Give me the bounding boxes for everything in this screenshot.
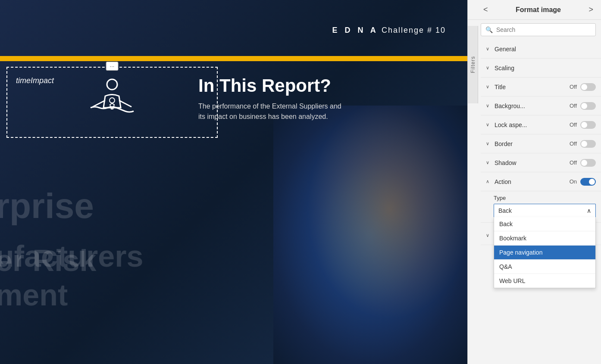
type-label: Type: [494, 195, 596, 201]
box-text-label: timeImpact: [16, 76, 54, 85]
title-toggle-track[interactable]: [580, 83, 596, 91]
bg-text-risk: er Riskment: [0, 243, 96, 312]
prop-lock-label: Lock aspe...: [495, 121, 570, 128]
action-toggle[interactable]: [580, 178, 596, 186]
prop-border[interactable]: ∨ Border Off: [481, 134, 601, 153]
prop-shadow[interactable]: ∨ Shadow Off: [481, 153, 601, 172]
prop-background[interactable]: ∨ Backgrou... Off: [481, 96, 601, 115]
action-header[interactable]: ∧ Action On: [481, 172, 601, 191]
border-toggle-thumb: [581, 141, 587, 147]
search-input[interactable]: [496, 26, 591, 33]
prop-shadow-value: Off: [570, 159, 577, 166]
prop-general[interactable]: ∨ General: [481, 40, 601, 59]
action-value: On: [570, 178, 577, 185]
prop-shadow-label: Shadow: [495, 159, 570, 166]
filters-tab[interactable]: Filters: [468, 26, 478, 103]
prop-scaling[interactable]: ∨ Scaling: [481, 59, 601, 78]
header-subtitle: Challenge # 10: [382, 26, 446, 34]
border-toggle-track[interactable]: [580, 140, 596, 148]
dropdown-selected-value: Back: [498, 207, 512, 214]
properties-list: ∨ General ∨ Scaling ∨ Title Off ∨ Backgr…: [468, 40, 601, 364]
chevron-visual-header-icon: ∨: [486, 233, 492, 238]
slide-content: E D N A Challenge # 10 ··· timeImpact: [0, 0, 467, 364]
panel-title: Format image: [491, 6, 586, 14]
dropdown-item-web-url[interactable]: Web URL: [494, 274, 595, 288]
yellow-bar: [0, 56, 467, 61]
panel-nav: < Format image >: [468, 0, 601, 20]
title-toggle[interactable]: [580, 83, 596, 91]
shadow-toggle[interactable]: [580, 159, 596, 167]
svg-point-1: [110, 98, 115, 103]
background-toggle-track[interactable]: [580, 102, 596, 110]
welder-figure-overlay: [273, 106, 467, 364]
dropdown-item-back[interactable]: Back: [494, 217, 595, 231]
nav-back-button[interactable]: <: [481, 3, 491, 16]
shadow-toggle-thumb: [581, 160, 587, 166]
prop-background-value: Off: [570, 103, 577, 109]
report-section: In This Report? The performance of the E…: [198, 75, 459, 122]
canvas-area: E D N A Challenge # 10 ··· timeImpact: [0, 0, 467, 364]
dropdown-button[interactable]: Back ∧: [494, 204, 596, 217]
search-icon: 🔍: [485, 26, 493, 33]
border-toggle[interactable]: [580, 140, 596, 148]
figure-icon: [86, 77, 138, 128]
prop-scaling-label: Scaling: [495, 65, 596, 72]
svg-point-0: [107, 79, 117, 90]
title-toggle-thumb: [581, 84, 587, 90]
prop-title-value: Off: [570, 84, 577, 90]
lock-toggle-track[interactable]: [580, 121, 596, 129]
dropdown-item-qa[interactable]: Q&A: [494, 260, 595, 274]
dropdown-item-page-navigation[interactable]: Page navigation: [494, 246, 595, 260]
dropdown-chevron-icon: ∧: [587, 207, 591, 214]
report-description: The performance of the External Supplier…: [198, 101, 459, 122]
chevron-action-icon: ∧: [486, 179, 492, 184]
chevron-general-icon: ∨: [486, 46, 492, 52]
chevron-lock-icon: ∨: [486, 122, 492, 128]
prop-title[interactable]: ∨ Title Off: [481, 78, 601, 96]
prop-background-label: Backgrou...: [495, 103, 570, 109]
prop-general-label: General: [495, 46, 596, 53]
prop-title-label: Title: [495, 84, 570, 90]
chevron-title-icon: ∨: [486, 84, 492, 90]
report-title: In This Report?: [198, 75, 459, 96]
filters-tab-label: Filters: [470, 56, 476, 73]
chevron-background-icon: ∨: [486, 103, 492, 109]
chevron-scaling-icon: ∨: [486, 65, 492, 71]
background-toggle-thumb: [581, 103, 587, 109]
action-toggle-thumb: [589, 179, 595, 185]
lock-toggle[interactable]: [580, 121, 596, 129]
welder-background: [273, 106, 467, 364]
prop-border-value: Off: [570, 140, 577, 147]
nav-forward-button[interactable]: >: [586, 3, 596, 16]
chevron-shadow-icon: ∨: [486, 160, 492, 165]
format-image-panel: Filters < Format image > 🔍 ∨ General ∨ S…: [467, 0, 601, 364]
prop-border-label: Border: [495, 140, 570, 147]
action-toggle-track[interactable]: [580, 178, 596, 186]
prop-action: ∧ Action On Type Back ∧ Back: [481, 172, 601, 223]
background-toggle[interactable]: [580, 102, 596, 110]
bg-text-enterprise: rprise: [0, 186, 94, 226]
dropdown-menu: Back Bookmark Page navigation Q&A Web UR…: [494, 217, 596, 288]
slide-header: E D N A Challenge # 10: [332, 26, 446, 35]
shadow-toggle-track[interactable]: [580, 159, 596, 167]
brand-name: E D N A: [332, 26, 379, 34]
dropdown-container: Back ∧ Back Bookmark Page navigation Q&A…: [494, 204, 596, 217]
selected-image-box[interactable]: ··· timeImpact: [6, 67, 218, 138]
search-box[interactable]: 🔍: [481, 23, 596, 36]
lock-toggle-thumb: [581, 122, 587, 128]
prop-lock-value: Off: [570, 121, 577, 128]
selection-handle[interactable]: ···: [106, 62, 119, 71]
dropdown-item-bookmark[interactable]: Bookmark: [494, 231, 595, 246]
prop-lock-aspect[interactable]: ∨ Lock aspe... Off: [481, 115, 601, 134]
action-body: Type Back ∧ Back Bookmark Page navigatio…: [481, 191, 601, 222]
chevron-border-icon: ∨: [486, 141, 492, 146]
action-label: Action: [495, 178, 570, 185]
